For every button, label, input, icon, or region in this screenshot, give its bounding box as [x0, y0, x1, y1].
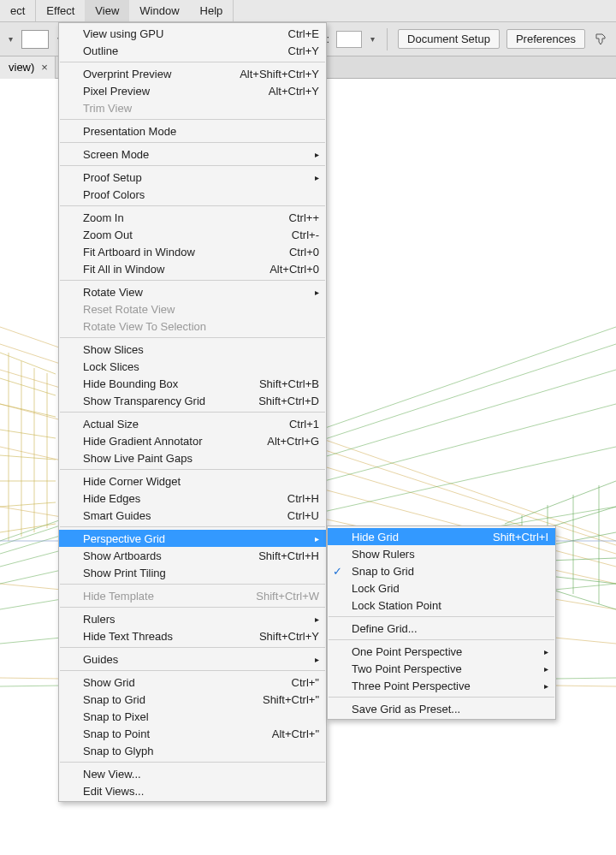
chevron-down-icon[interactable]: ▾	[7, 34, 15, 44]
perspective_submenu-item-snap-to-grid[interactable]: ✓Snap to Grid	[328, 562, 555, 579]
menu-item-label: Outline	[83, 45, 118, 57]
view_menu-item-guides[interactable]: Guides▸	[59, 650, 326, 668]
menubar-item-effect[interactable]: Effect	[36, 0, 85, 21]
view_menu-item-perspective-grid[interactable]: Perspective Grid▸	[59, 530, 326, 547]
chevron-down-icon[interactable]: ▾	[369, 34, 376, 44]
style-combo[interactable]	[336, 31, 362, 48]
fill-swatch[interactable]	[21, 30, 49, 49]
menu-item-label: Snap to Grid	[83, 693, 145, 706]
menu-separator	[60, 165, 325, 166]
menubar-item-select-trunc[interactable]: ect	[0, 0, 36, 21]
view_menu-item-zoom-out[interactable]: Zoom OutCtrl+-	[59, 226, 326, 243]
view_menu-item-show-print-tiling[interactable]: Show Print Tiling	[59, 564, 326, 581]
view_menu-item-snap-to-pixel[interactable]: Snap to Pixel	[59, 708, 326, 725]
menubar-item-view[interactable]: View	[85, 0, 129, 21]
menu-item-label: Zoom In	[83, 211, 124, 224]
menubar-item-window[interactable]: Window	[129, 0, 189, 21]
perspective_submenu-item-hide-grid[interactable]: Hide GridShift+Ctrl+I	[328, 528, 555, 545]
document-setup-button[interactable]: Document Setup	[398, 29, 500, 49]
view_menu-item-pixel-preview[interactable]: Pixel PreviewAlt+Ctrl+Y	[59, 82, 326, 99]
view_menu-item-show-artboards[interactable]: Show ArtboardsShift+Ctrl+H	[59, 547, 326, 564]
menu-separator	[329, 697, 554, 698]
perspective_submenu-item-one-point-perspective[interactable]: One Point Perspective▸	[328, 643, 555, 660]
view_menu-item-hide-gradient-annotator[interactable]: Hide Gradient AnnotatorAlt+Ctrl+G	[59, 432, 326, 449]
menu-item-label: Hide Text Threads	[83, 630, 173, 643]
view_menu-item-view-using-gpu[interactable]: View using GPUCtrl+E	[59, 25, 326, 42]
pin-icon[interactable]	[592, 31, 609, 48]
menu-separator	[60, 142, 325, 143]
menu-item-label: Save Grid as Preset...	[352, 703, 460, 715]
menu-item-shortcut: Shift+Ctrl+Y	[246, 630, 319, 643]
view_menu-item-new-view[interactable]: New View...	[59, 765, 326, 782]
menu-item-shortcut: Ctrl+"	[278, 676, 319, 689]
view_menu-item-snap-to-glyph[interactable]: Snap to Glyph	[59, 742, 326, 759]
menu-item-label: Trim View	[83, 102, 132, 115]
menubar-item-help[interactable]: Help	[190, 0, 234, 21]
menu-item-shortcut: Shift+Ctrl+B	[246, 377, 319, 390]
view_menu-item-snap-to-point[interactable]: Snap to PointAlt+Ctrl+"	[59, 725, 326, 742]
chevron-right-icon: ▸	[301, 655, 319, 664]
view_menu-item-edit-views[interactable]: Edit Views...	[59, 782, 326, 799]
menu-separator	[60, 526, 325, 527]
menu-separator	[60, 205, 325, 206]
view_menu-item-show-transparency-grid[interactable]: Show Transparency GridShift+Ctrl+D	[59, 392, 326, 409]
view_menu-item-actual-size[interactable]: Actual SizeCtrl+1	[59, 415, 326, 432]
menu-item-label: Screen Mode	[83, 148, 149, 161]
view_menu-item-presentation-mode[interactable]: Presentation Mode	[59, 122, 326, 140]
menu-item-shortcut: Ctrl+H	[274, 492, 319, 505]
view_menu-item-fit-artboard-in-window[interactable]: Fit Artboard in WindowCtrl+0	[59, 243, 326, 260]
menu-item-label: Presentation Mode	[83, 125, 176, 138]
view_menu-item-proof-colors[interactable]: Proof Colors	[59, 186, 326, 203]
menu-item-shortcut: Alt+Ctrl+Y	[255, 85, 319, 98]
menu-item-label: Hide Edges	[83, 492, 140, 505]
chevron-right-icon: ▸	[301, 615, 319, 624]
close-icon[interactable]: ×	[41, 61, 48, 74]
view_menu-item-show-live-paint-gaps[interactable]: Show Live Paint Gaps	[59, 449, 326, 466]
view_menu-item-zoom-in[interactable]: Zoom InCtrl++	[59, 209, 326, 226]
view_menu-item-show-grid[interactable]: Show GridCtrl+"	[59, 674, 326, 691]
menu-item-label: Show Grid	[83, 676, 135, 689]
perspective_submenu-item-three-point-perspective[interactable]: Three Point Perspective▸	[328, 677, 555, 694]
menu-item-label: Three Point Perspective	[352, 680, 471, 692]
view_menu-item-hide-corner-widget[interactable]: Hide Corner Widget	[59, 472, 326, 490]
menu-separator	[329, 616, 554, 617]
view_menu-item-overprint-preview[interactable]: Overprint PreviewAlt+Shift+Ctrl+Y	[59, 65, 326, 82]
view_menu-item-outline[interactable]: OutlineCtrl+Y	[59, 42, 326, 59]
view_menu-item-show-slices[interactable]: Show Slices	[59, 341, 326, 358]
menu-item-label: Snap to Glyph	[83, 745, 153, 757]
perspective_submenu-item-lock-station-point[interactable]: Lock Station Point	[328, 597, 555, 614]
perspective_submenu-item-lock-grid[interactable]: Lock Grid	[328, 579, 555, 597]
menu-item-label: Snap to Grid	[352, 565, 414, 578]
view_menu-item-snap-to-grid[interactable]: Snap to GridShift+Ctrl+"	[59, 691, 326, 708]
menu-item-label: Show Live Paint Gaps	[83, 452, 192, 465]
view_menu-item-hide-bounding-box[interactable]: Hide Bounding BoxShift+Ctrl+B	[59, 375, 326, 392]
chevron-right-icon: ▸	[301, 534, 319, 543]
perspective_submenu-item-two-point-perspective[interactable]: Two Point Perspective▸	[328, 660, 555, 677]
view_menu-item-hide-edges[interactable]: Hide EdgesCtrl+H	[59, 490, 326, 507]
menu-item-label: New View...	[83, 768, 141, 781]
view_menu-item-rotate-view[interactable]: Rotate View▸	[59, 283, 326, 300]
menu-item-label: View using GPU	[83, 27, 163, 40]
view_menu-item-hide-text-threads[interactable]: Hide Text ThreadsShift+Ctrl+Y	[59, 627, 326, 644]
perspective_submenu-item-save-grid-as-preset[interactable]: Save Grid as Preset...	[328, 700, 555, 717]
perspective_submenu-item-show-rulers[interactable]: Show Rulers	[328, 545, 555, 562]
chevron-right-icon: ▸	[530, 664, 548, 674]
svg-line-28	[505, 481, 616, 524]
chevron-right-icon: ▸	[530, 681, 548, 691]
view_menu-item-proof-setup[interactable]: Proof Setup▸	[59, 169, 326, 186]
menu-item-label: Overprint Preview	[83, 68, 171, 80]
view_menu-item-rulers[interactable]: Rulers▸	[59, 610, 326, 627]
menu-item-label: Fit All in Window	[83, 263, 164, 276]
perspective_submenu-item-define-grid[interactable]: Define Grid...	[328, 620, 555, 637]
view_menu-item-fit-all-in-window[interactable]: Fit All in WindowAlt+Ctrl+0	[59, 260, 326, 277]
view_menu-item-screen-mode[interactable]: Screen Mode▸	[59, 145, 326, 163]
menu-separator	[60, 670, 325, 671]
menu-item-label: Guides	[83, 653, 118, 666]
document-tab[interactable]: view) ×	[0, 56, 56, 79]
menu-item-label: Hide Bounding Box	[83, 377, 178, 390]
tab-title: view)	[9, 61, 34, 74]
view_menu-item-smart-guides[interactable]: Smart GuidesCtrl+U	[59, 507, 326, 524]
view_menu-item-lock-slices[interactable]: Lock Slices	[59, 358, 326, 375]
menu-item-label: One Point Perspective	[352, 645, 462, 658]
preferences-button[interactable]: Preferences	[506, 29, 585, 49]
